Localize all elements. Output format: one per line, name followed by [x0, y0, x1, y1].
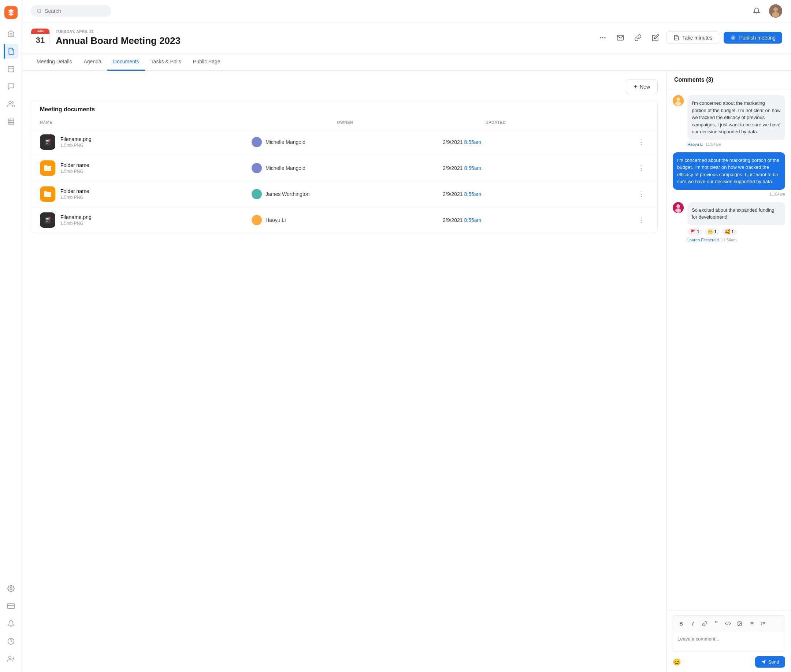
folder-doc-icon-2	[43, 190, 52, 198]
send-label: Send	[768, 659, 779, 665]
comment-item: I'm concerned about the marketing portio…	[673, 95, 785, 147]
table-row[interactable]: Filename.png 1.5mb PNG Haoyu Li 2/9/2021…	[31, 207, 657, 233]
comment-item-layout: I'm concerned about the marketing portio…	[673, 95, 785, 147]
doc-owner: Michelle Mangold	[252, 163, 443, 173]
doc-name-details: Folder name 1.5mb PNG	[61, 188, 252, 200]
column-name-header: NAME	[40, 120, 337, 125]
search-input[interactable]	[45, 8, 105, 14]
app-logo[interactable]	[5, 6, 18, 19]
updated-date: 2/9/2021	[443, 139, 463, 145]
link-tool-button[interactable]	[700, 619, 710, 629]
reaction-flag[interactable]: 🚩 1	[687, 228, 702, 235]
sidebar-bottom	[4, 581, 18, 666]
meeting-actions: Take minutes Publish meeting	[596, 31, 782, 44]
column-owner-header: OWNER	[337, 120, 486, 125]
search-box[interactable]	[31, 5, 111, 17]
avatar-svg-3	[673, 202, 684, 213]
publish-meeting-button[interactable]: Publish meeting	[724, 32, 782, 43]
chat-icon	[7, 83, 14, 90]
sidebar-item-billing[interactable]	[4, 599, 18, 613]
sidebar-item-home[interactable]	[4, 26, 18, 41]
tab-tasks-polls[interactable]: Tasks & Polls	[145, 53, 187, 71]
doc-row-menu-button[interactable]: ⋮	[634, 216, 649, 224]
updated-time: 8:55am	[464, 165, 481, 171]
sidebar-item-notifications[interactable]	[4, 616, 18, 631]
editor-toolbar: B I " </>	[673, 615, 785, 632]
doc-row-menu-button[interactable]: ⋮	[634, 138, 649, 146]
user-avatar[interactable]	[769, 5, 782, 18]
bell-icon	[753, 7, 760, 14]
tab-public-page[interactable]: Public Page	[187, 53, 226, 71]
meeting-header: JAN 31 TUESDAY, APRIL 31 Annual Board Me…	[22, 22, 791, 53]
emoji-button[interactable]: 😊	[673, 658, 681, 666]
folder-icon-orange-2	[40, 186, 55, 202]
bullet-list-button[interactable]	[746, 619, 757, 629]
column-actions-header	[634, 120, 649, 125]
link-icon	[634, 34, 642, 42]
sidebar-item-add-user[interactable]	[4, 651, 18, 666]
numbered-list-button[interactable]	[758, 619, 768, 629]
code-button[interactable]: </>	[723, 619, 733, 629]
sidebar-item-people[interactable]	[4, 97, 18, 111]
notifications-icon	[7, 620, 14, 627]
updated-time: 8:55am	[464, 139, 481, 145]
sidebar-item-documents[interactable]	[4, 44, 18, 59]
table-row[interactable]: Filename.png 1.5mb PNG Michelle Mangold …	[31, 129, 657, 155]
support-icon	[7, 638, 14, 645]
doc-updated: 2/9/2021 8:55am	[443, 165, 634, 171]
tab-meeting-details[interactable]: Meeting Details	[31, 53, 78, 71]
link-button[interactable]	[631, 31, 644, 44]
edit-button[interactable]	[649, 31, 662, 44]
comment-meta-3: Lauren Fitzgerald 11:54am	[687, 238, 785, 242]
more-options-button[interactable]	[596, 31, 609, 44]
owner-avatar	[252, 137, 262, 147]
reaction-heart-eyes[interactable]: 🥰 1	[722, 228, 737, 235]
doc-owner: Michelle Mangold	[252, 137, 443, 147]
new-document-button[interactable]: + New	[626, 80, 658, 94]
owner-avatar	[252, 215, 262, 225]
comment-content-3: So excited about the expanded funding fo…	[687, 202, 785, 242]
image-button[interactable]	[735, 619, 745, 629]
take-minutes-label: Take minutes	[682, 35, 712, 41]
tab-agenda[interactable]: Agenda	[78, 53, 107, 71]
own-comment-meta: 11:54am	[769, 192, 785, 196]
doc-updated: 2/9/2021 8:55am	[443, 191, 634, 197]
comment-author-3: Lauren Fitzgerald	[687, 238, 719, 242]
doc-size: 1.5mb PNG	[61, 143, 252, 148]
italic-button[interactable]: I	[688, 619, 698, 629]
sidebar-item-chat[interactable]	[4, 79, 18, 94]
comment-input[interactable]	[673, 632, 785, 652]
doc-name-details: Filename.png 1.5mb PNG	[61, 136, 252, 148]
send-comment-button[interactable]: Send	[755, 656, 785, 667]
link-tool-icon	[702, 621, 707, 626]
column-updated-header: UPDATED	[486, 120, 634, 125]
doc-size: 1.5mb PNG	[61, 221, 252, 226]
doc-row-menu-button[interactable]: ⋮	[634, 164, 649, 172]
publish-logo-icon	[730, 35, 736, 41]
doc-name-details: Folder name 1.5mb PNG	[61, 162, 252, 174]
doc-owner: James Worthington	[252, 189, 443, 199]
notifications-bell-button[interactable]	[750, 5, 763, 18]
sidebar-item-support[interactable]	[4, 634, 18, 648]
sidebar-item-calendar[interactable]	[4, 61, 18, 76]
doc-row-menu-button[interactable]: ⋮	[634, 190, 649, 198]
doc-owner: Haoyu Li	[252, 215, 443, 225]
commenter-avatar-3	[673, 202, 684, 213]
meeting-info: TUESDAY, APRIL 31 Annual Board Meeting 2…	[56, 29, 590, 46]
reaction-grin[interactable]: 😁 1	[705, 228, 719, 235]
tab-documents[interactable]: Documents	[107, 53, 145, 71]
home-icon	[7, 30, 14, 37]
email-button[interactable]	[614, 31, 627, 44]
bullet-list-icon	[749, 621, 754, 626]
svg-point-17	[37, 9, 41, 13]
svg-point-36	[676, 204, 680, 208]
sidebar-item-table[interactable]	[4, 114, 18, 129]
quote-button[interactable]: "	[711, 619, 721, 629]
table-row[interactable]: Folder name 1.5mb PNG Michelle Mangold 2…	[31, 155, 657, 181]
table-row[interactable]: Folder name 1.5mb PNG James Worthington …	[31, 181, 657, 207]
take-minutes-button[interactable]: Take minutes	[666, 32, 719, 44]
sidebar-item-settings[interactable]	[4, 581, 18, 596]
updated-time: 8:55am	[464, 217, 481, 223]
bold-button[interactable]: B	[676, 619, 686, 629]
svg-point-23	[602, 37, 603, 38]
